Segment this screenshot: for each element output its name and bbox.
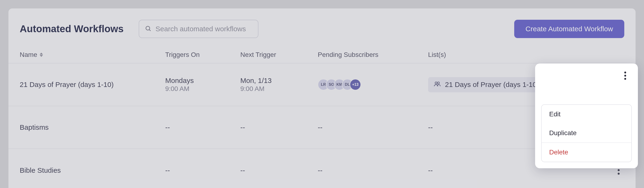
triggers-time: 9:00 AM [165, 85, 240, 93]
flyout-kebab-button[interactable] [620, 71, 630, 81]
svg-point-3 [438, 82, 440, 84]
column-name-label: Name [20, 51, 37, 59]
triggers-on-cell: Mondays 9:00 AM [165, 77, 240, 93]
triggers-on-cell: -- [165, 123, 240, 131]
next-trigger-cell: -- [240, 166, 318, 174]
next-time: 9:00 AM [240, 85, 318, 93]
column-pending: Pending Subscribers [318, 51, 428, 59]
workflow-name: Baptisms [20, 123, 165, 131]
sort-icon [40, 53, 43, 57]
svg-point-12 [618, 172, 620, 174]
search-input-wrap[interactable] [139, 20, 258, 38]
column-lists: List(s) [428, 51, 592, 59]
svg-point-2 [435, 82, 437, 84]
menu-edit[interactable]: Edit [542, 105, 631, 124]
svg-point-13 [624, 72, 626, 74]
svg-point-0 [146, 26, 150, 30]
menu-duplicate[interactable]: Duplicate [542, 124, 631, 142]
next-trigger-cell: Mon, 1/13 9:00 AM [240, 77, 318, 93]
triggers-day: Mondays [165, 77, 240, 85]
triggers-on-cell: -- [165, 166, 240, 174]
create-workflow-button[interactable]: Create Automated Workflow [514, 20, 624, 38]
kebab-icon [624, 71, 626, 81]
svg-point-15 [624, 78, 626, 80]
people-icon [433, 80, 441, 90]
pending-cell: -- [318, 123, 428, 131]
svg-point-14 [624, 75, 626, 77]
workflow-name: Bible Studies [20, 166, 165, 174]
search-icon [145, 25, 152, 33]
actions-menu: Edit Duplicate Delete [541, 104, 632, 162]
next-trigger-cell: -- [240, 123, 318, 131]
list-chip-label: 21 Days of Prayer (days 1-10) [445, 81, 539, 89]
pending-cell: LR SO KM DL +13 [318, 79, 428, 90]
svg-line-1 [149, 30, 150, 31]
column-name[interactable]: Name [20, 51, 165, 59]
pending-cell: -- [318, 166, 428, 174]
next-day: Mon, 1/13 [240, 77, 318, 85]
column-triggers-on: Triggers On [165, 51, 240, 59]
avatar-overflow[interactable]: +13 [350, 79, 361, 90]
page-title: Automated Workflows [20, 23, 124, 35]
menu-delete[interactable]: Delete [542, 143, 631, 162]
svg-point-11 [618, 169, 620, 171]
row-actions-flyout: Edit Duplicate Delete [535, 63, 638, 168]
list-chip[interactable]: 21 Days of Prayer (days 1-10) [428, 77, 544, 92]
column-next-trigger: Next Trigger [240, 51, 318, 59]
search-input[interactable] [156, 25, 252, 33]
workflow-name: 21 Days of Prayer (days 1-10) [20, 81, 165, 89]
